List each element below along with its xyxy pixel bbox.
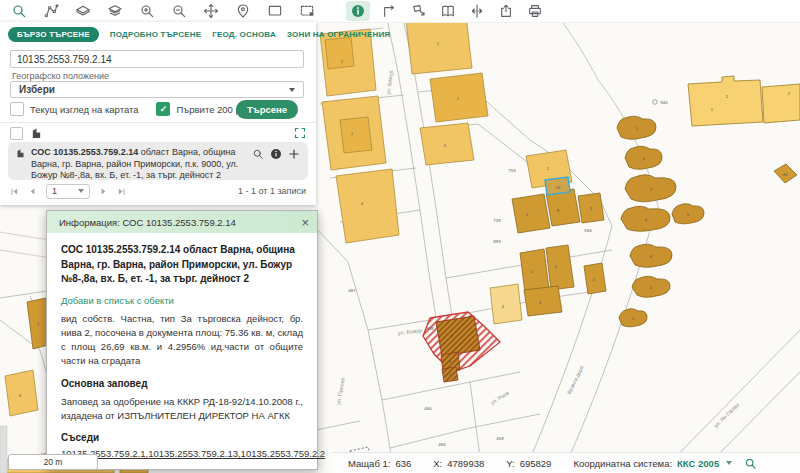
scale-value: 636	[395, 458, 411, 469]
basemap-icon[interactable]	[74, 2, 92, 20]
toolbar-right-group	[346, 1, 544, 21]
map-book-icon[interactable]	[439, 2, 457, 20]
statusbar-search-icon[interactable]	[744, 457, 757, 470]
search-options-row: Текущ изглед на картата ✓ Първите 200 ре…	[10, 100, 306, 118]
parcel-label: 893	[493, 239, 501, 244]
crs-label: Координатна система:	[573, 458, 672, 469]
order-heading: Основна заповед	[61, 378, 303, 389]
measure-area-icon[interactable]	[410, 2, 428, 20]
extent-select-icon[interactable]	[298, 2, 316, 20]
tab-quick-search[interactable]: БЪРЗО ТЪРСЕНЕ	[8, 27, 99, 42]
pagination: 1 1 - 1 от 1 записи	[10, 183, 306, 199]
zoom-to-result-icon[interactable]	[252, 148, 264, 160]
y-coordinate: 695829	[520, 458, 552, 469]
pagination-info: 1 - 1 от 1 записи	[238, 186, 306, 196]
page-select-value: 1	[52, 186, 57, 196]
popup-body: СОС 10135.2553.759.2.14 област Варна, об…	[47, 233, 317, 469]
search-input[interactable]	[10, 50, 304, 68]
scale-bar-label: 20 m	[44, 457, 63, 467]
select-all-checkbox[interactable]	[10, 127, 23, 140]
tab-geodesy[interactable]: ГЕОД. ОСНОВА	[212, 30, 276, 39]
export-icon[interactable]	[497, 2, 515, 20]
result-id: СОС 10135.2553.759.2.14	[31, 147, 138, 157]
search-icon[interactable]	[10, 2, 28, 20]
close-icon[interactable]: ×	[301, 216, 309, 229]
zoom-out-icon[interactable]	[170, 2, 188, 20]
geo-position-label: Географско положение	[12, 71, 109, 81]
neighbors-heading: Съседи	[61, 432, 303, 443]
info-icon[interactable]	[346, 1, 370, 21]
toolbar-left-group	[10, 2, 316, 20]
chevron-down-icon	[289, 88, 295, 92]
layers-icon[interactable]	[106, 2, 124, 20]
results-header	[10, 126, 306, 140]
map-edge-strip	[0, 426, 7, 473]
first-200-checkbox[interactable]: ✓	[156, 102, 170, 116]
x-label: X:	[433, 458, 442, 469]
page-select[interactable]: 1	[46, 184, 90, 199]
swipe-compare-icon[interactable]	[468, 2, 486, 20]
chevron-down-icon	[78, 189, 84, 193]
geo-position-select[interactable]: Избери	[10, 81, 304, 98]
search-tabs: БЪРЗО ТЪРСЕНЕ ПОДРОБНО ТЪРСЕНЕ ГЕОД. ОСН…	[8, 27, 390, 42]
status-bar: Мащаб 1: 636 X: 4789938 Y: 695829 Коорди…	[332, 452, 800, 473]
parcel-label: 838	[426, 326, 434, 331]
add-to-list-link[interactable]: Добави в списък с обекти	[61, 295, 303, 306]
parcel-label: 16	[556, 185, 561, 190]
property-summary: СОС 10135.2553.759.2.14 област Варна, об…	[61, 243, 303, 287]
search-panel: БЪРЗО ТЪРСЕНЕ ПОДРОБНО ТЪРСЕНЕ ГЕОД. ОСН…	[0, 22, 316, 205]
building-icon	[31, 127, 42, 139]
next-page-icon[interactable]	[99, 187, 108, 196]
add-result-icon[interactable]	[288, 148, 300, 160]
last-page-icon[interactable]	[117, 187, 126, 196]
popup-header[interactable]: Информация: СОС 10135.2553.759.2.14 ×	[47, 211, 317, 233]
order-text: Заповед за одобрение на КККР РД-18-92/14…	[61, 395, 303, 424]
crs-value[interactable]: ККС 2005	[677, 458, 719, 469]
parcel-label: 466	[424, 406, 432, 411]
pan-icon[interactable]	[202, 2, 220, 20]
light-building	[490, 284, 522, 324]
y-label: Y:	[506, 458, 514, 469]
info-popup: Информация: СОС 10135.2553.759.2.14 × СО…	[46, 210, 318, 470]
prev-page-icon[interactable]	[28, 187, 37, 196]
scale-label: Мащаб 1:	[348, 458, 390, 469]
current-view-checkbox[interactable]	[10, 102, 24, 116]
parcel-label: 594	[584, 228, 592, 233]
measure-distance-icon[interactable]	[381, 2, 399, 20]
parcel-label: 753	[508, 168, 516, 173]
parcel-label: 487	[348, 288, 356, 293]
chevron-down-icon[interactable]	[726, 461, 732, 465]
location-pin-icon[interactable]	[234, 2, 252, 20]
result-item[interactable]: СОС 10135.2553.759.2.14 област Варна, об…	[8, 142, 308, 180]
tab-restriction-zones[interactable]: ЗОНИ НА ОГРАНИЧЕНИЯ	[287, 30, 390, 39]
parcel-label: 459	[496, 436, 504, 441]
first-page-icon[interactable]	[10, 187, 19, 196]
search-button[interactable]: Търсене	[236, 100, 298, 119]
property-details: вид собств. Частна, тип За търговска дей…	[61, 312, 303, 369]
current-view-label: Текущ изглед на картата	[30, 104, 138, 115]
geo-select-value: Избери	[19, 84, 55, 95]
result-actions	[252, 147, 300, 175]
popup-title: Информация: СОС 10135.2553.759.2.14	[59, 217, 236, 228]
parcel-label: 739	[493, 218, 501, 223]
rect-select-icon[interactable]	[266, 2, 284, 20]
expand-results-icon[interactable]	[294, 127, 306, 139]
print-icon[interactable]	[526, 2, 544, 20]
parcel-label: 465	[438, 442, 446, 447]
x-coordinate: 4789938	[447, 458, 484, 469]
route-tool-icon[interactable]	[42, 2, 60, 20]
parcel-label: 940	[660, 100, 668, 105]
tab-detailed-search[interactable]: ПОДРОБНО ТЪРСЕНЕ	[110, 30, 201, 39]
building-icon	[16, 148, 25, 158]
selected-building[interactable]	[436, 316, 480, 356]
panel-divider	[0, 122, 316, 123]
parcel-label: 48	[783, 172, 788, 177]
scale-bar: 20 m	[8, 454, 98, 470]
result-text: СОС 10135.2553.759.2.14 област Варна, об…	[31, 147, 249, 175]
result-info-icon[interactable]	[270, 148, 282, 160]
top-toolbar	[0, 0, 800, 23]
zoom-in-icon[interactable]	[138, 2, 156, 20]
